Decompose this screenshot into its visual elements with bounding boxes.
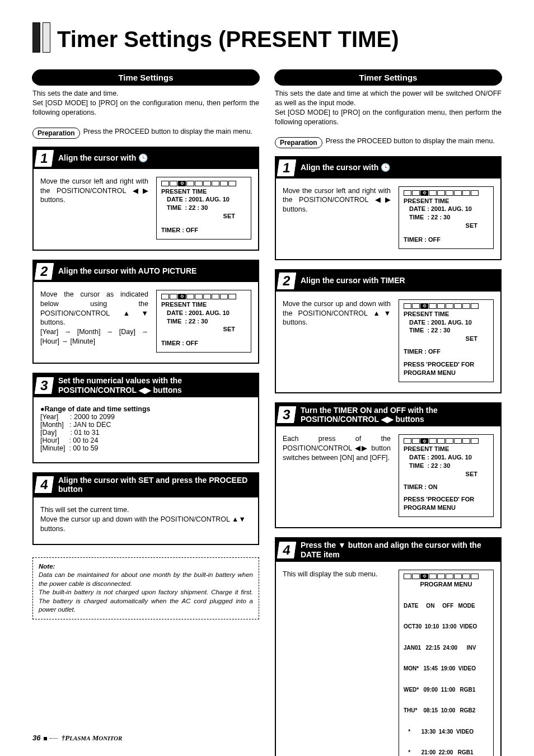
title-row: Timer Settings (PRESENT TIME) [32, 22, 502, 53]
right-preparation: Preparation Press the PROCEED button to … [275, 137, 502, 148]
preparation-badge: Preparation [32, 128, 80, 139]
left-intro-text: This sets the date and time. Set [OSD MO… [32, 89, 259, 118]
osd-present-time: ⏲ PRESENT TIME DATE : 2001. AUG. 10 TIME… [156, 177, 251, 240]
left-preparation: Preparation Press the PROCEED button to … [32, 128, 259, 139]
r-step4-body: This will display the sub menu. [283, 570, 391, 579]
preparation-badge: Preparation [275, 137, 322, 148]
r-step1-body: Move the cursor left and right with the … [283, 186, 391, 215]
r-step2-body: Move the cursor up and down with the POS… [283, 299, 391, 328]
osd-proceed: ⏲ PRESENT TIME DATE : 2001. AUG. 10 TIME… [399, 299, 494, 382]
left-column: Time Settings This sets the date and tim… [32, 69, 259, 756]
clock-icon: 🕒 [381, 163, 390, 172]
osd-program-menu: ⏲ PROGRAM MENU DATE ON OFF MODE OCT30 10… [399, 570, 494, 756]
osd-icon-row: ⏲ [161, 181, 246, 186]
left-step2-panel: 2 Align the cursor with AUTO PICTURE Mov… [32, 260, 259, 364]
step4-body: This will set the current time. Move the… [32, 496, 259, 545]
osd-present-time-2: ⏲ PRESENT TIME DATE : 2001. AUG. 10 TIME… [156, 290, 251, 353]
r-step2-title: Align the cursor with TIMER [301, 276, 405, 285]
note-box: Note: Data can be maintained for about o… [32, 557, 259, 619]
osd-present-time: ⏲ PRESENT TIME DATE : 2001. AUG. 10 TIME… [399, 186, 494, 249]
step4-title: Align the cursor with SET and press the … [58, 476, 252, 495]
time-settings-heading: Time Settings [32, 69, 259, 86]
step-number-3: 3 [35, 377, 54, 394]
note-title: Note: [39, 562, 253, 571]
left-step4-panel: 4 Align the cursor with SET and press th… [32, 472, 259, 497]
right-step1-panel: 1 Align the cursor with 🕒 Move the curso… [275, 156, 502, 260]
left-step3-panel: 3 Set the numerical values with the POSI… [32, 373, 259, 463]
r-step1-title: Align the cursor with 🕒 [301, 163, 390, 172]
page-footer: 36 †PLASMA MONITOR [32, 734, 122, 743]
step1-title: Align the cursor with 🕒 [58, 153, 148, 163]
step-header: 1 Align the cursor with 🕒 [34, 148, 258, 169]
r-step3-title: Turn the TIMER ON and OFF with the POSIT… [301, 406, 495, 425]
title-accent-bars [32, 22, 50, 53]
right-step3-panel: 3 Turn the TIMER ON and OFF with the POS… [275, 402, 502, 529]
clock-icon: 🕒 [138, 153, 148, 162]
step2-title: Align the cursor with AUTO PICTURE [58, 266, 196, 276]
right-column: Timer Settings This sets the date and ti… [275, 69, 502, 756]
program-table: DATE ON OFF MODE OCT30 10:10 13:00 VIDEO… [404, 589, 489, 756]
timer-settings-heading: Timer Settings [275, 69, 502, 86]
right-step2-panel: 2 Align the cursor with TIMER Move the c… [275, 269, 502, 393]
note-body: Data can be maintained for about one mon… [39, 571, 253, 614]
step-number-4: 4 [35, 476, 54, 493]
two-column-layout: Time Settings This sets the date and tim… [32, 69, 502, 756]
r-step3-body: Each press of the POSITION/CONTROL ◀▶ bu… [283, 434, 391, 463]
step3-title: Set the numerical values with the POSITI… [58, 376, 252, 395]
step2-body: Move the cursor as indicated below using… [40, 290, 148, 346]
r-step4-title: Press the ▼ button and align the cursor … [301, 541, 495, 560]
preparation-text: Press the PROCEED button to display the … [83, 128, 259, 135]
right-intro-text: This sets the date and time at which the… [275, 89, 502, 127]
preparation-text: Press the PROCEED button to display the … [326, 137, 502, 145]
left-step1-panel: 1 Align the cursor with 🕒 Move the curso… [32, 147, 259, 251]
step1-body: Move the cursor left and right with the … [40, 177, 148, 205]
right-step4-panel: 4 Press the ▼ button and align the curso… [275, 537, 502, 756]
step-number-2: 2 [35, 263, 54, 280]
page-title: Timer Settings (PRESENT TIME) [57, 27, 399, 52]
step-number-1: 1 [35, 150, 54, 167]
page-number: 36 [32, 734, 40, 742]
osd-timer-on: ⏲ PRESENT TIME DATE : 2001. AUG. 10 TIME… [399, 434, 494, 517]
step3-body: ●Range of date and time settings [Year] … [34, 397, 258, 462]
